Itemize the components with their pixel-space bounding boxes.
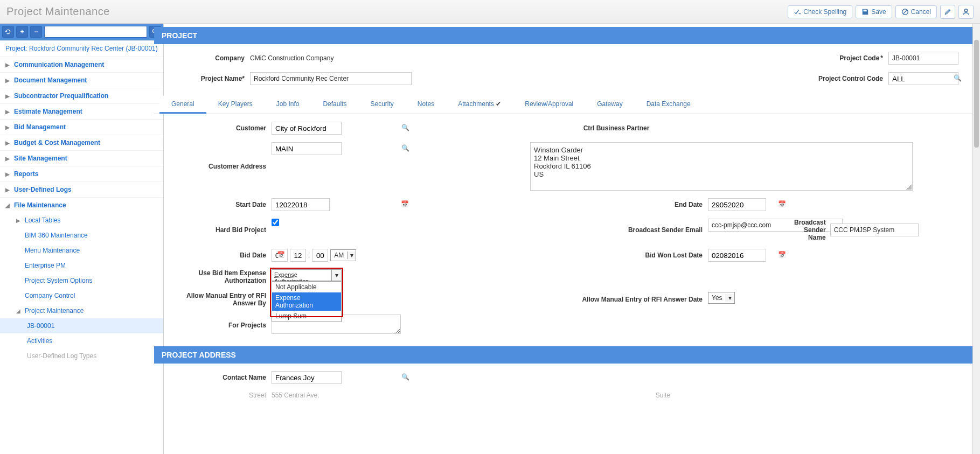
tab-general[interactable]: General bbox=[159, 96, 206, 114]
scrollbar-thumb[interactable] bbox=[974, 40, 979, 148]
project-address-form: Contact Name 🔍 Street 555 Central Ave. S… bbox=[151, 364, 977, 407]
end-date-field[interactable] bbox=[708, 198, 766, 211]
contact-lookup[interactable]: 🔍 bbox=[272, 371, 412, 384]
nav-menu-maintenance[interactable]: Menu Maintenance bbox=[0, 243, 163, 258]
nav-activities[interactable]: Activities bbox=[0, 333, 163, 348]
nav-reports[interactable]: ▶Reports bbox=[0, 166, 163, 181]
nav-jb-00001[interactable]: JB-00001 bbox=[0, 318, 163, 333]
bid-ampm-select[interactable]: AM▾ bbox=[330, 249, 356, 261]
tab-defaults[interactable]: Defaults bbox=[311, 96, 358, 114]
tab-job-info[interactable]: Job Info bbox=[265, 96, 311, 114]
broadcast-name-input[interactable] bbox=[830, 223, 919, 236]
street-label: Street bbox=[164, 392, 266, 399]
caret-right-icon: ▶ bbox=[5, 62, 11, 68]
tab-gateway[interactable]: Gateway bbox=[585, 96, 634, 114]
nav-user-defined-log-types[interactable]: User-Defined Log Types bbox=[0, 348, 163, 364]
bid-wonlost-field[interactable] bbox=[708, 249, 766, 262]
edit-button[interactable] bbox=[940, 5, 955, 19]
tab-key-players[interactable]: Key Players bbox=[206, 96, 265, 114]
project-link[interactable]: Project: Rockford Community Rec Center (… bbox=[0, 40, 163, 57]
expense-option-lump-sum[interactable]: Lump Sum bbox=[272, 311, 341, 322]
refresh-button[interactable] bbox=[2, 26, 14, 38]
edit-icon bbox=[944, 8, 951, 16]
bid-date-label: Bid Date bbox=[164, 252, 266, 259]
customer-input[interactable] bbox=[272, 122, 342, 135]
start-date-input[interactable]: 📅 bbox=[272, 198, 412, 211]
nav-enterprise-pm[interactable]: Enterprise PM bbox=[0, 258, 163, 273]
app-header: Project Maintenance Check Spelling Save … bbox=[0, 0, 980, 24]
nav-file-maintenance[interactable]: ◢File Maintenance bbox=[0, 198, 163, 213]
nav-site-management[interactable]: ▶Site Management bbox=[0, 151, 163, 166]
nav-document-management[interactable]: ▶Document Management bbox=[0, 73, 163, 88]
tab-data-exchange[interactable]: Data Exchange bbox=[635, 96, 703, 114]
nav-project-system-options[interactable]: Project System Options bbox=[0, 273, 163, 288]
bid-min-input[interactable] bbox=[312, 249, 328, 262]
refresh-icon bbox=[5, 29, 11, 35]
expense-auth-dropdown: Not Applicable Expense Authorization Lum… bbox=[272, 281, 342, 322]
nav-project-maintenance[interactable]: ◢Project Maintenance bbox=[0, 303, 163, 318]
caret-down-icon: ◢ bbox=[16, 308, 22, 314]
plus-icon: + bbox=[20, 28, 24, 36]
control-code-label: Project Control Code bbox=[808, 75, 883, 82]
user-button[interactable] bbox=[958, 5, 974, 19]
control-code-lookup[interactable]: 🔍 bbox=[888, 72, 964, 85]
company-value: CMiC Construction Company bbox=[250, 54, 422, 62]
tab-attachments[interactable]: Attachments ✔ bbox=[446, 96, 513, 114]
content-scrollbar[interactable] bbox=[972, 24, 980, 454]
bid-hour-input[interactable] bbox=[290, 249, 306, 262]
ctrl-bp-label: Ctrl Business Partner bbox=[530, 124, 703, 132]
save-button[interactable]: Save bbox=[856, 5, 892, 18]
control-code-input[interactable] bbox=[888, 72, 958, 85]
use-bid-item-label: Use Bid Item Expense Authorization bbox=[164, 269, 266, 284]
project-name-input[interactable] bbox=[250, 72, 412, 85]
collapse-button[interactable]: − bbox=[30, 26, 42, 38]
tab-notes[interactable]: Notes bbox=[406, 96, 446, 114]
nav-user-defined-logs[interactable]: ▶User-Defined Logs bbox=[0, 182, 163, 197]
expense-auth-select[interactable]: Expense Authorization ▾ Not Applicable E… bbox=[272, 269, 342, 281]
bid-wonlost-label: Bid Won Lost Date bbox=[530, 252, 703, 259]
check-spelling-button[interactable]: Check Spelling bbox=[788, 5, 852, 18]
header-actions: Check Spelling Save Cancel bbox=[788, 5, 974, 19]
cancel-button[interactable]: Cancel bbox=[895, 5, 937, 18]
nav-communication-management[interactable]: ▶Communication Management bbox=[0, 57, 163, 72]
chevron-down-icon: ▾ bbox=[347, 252, 356, 259]
caret-right-icon: ▶ bbox=[5, 187, 11, 193]
expand-button[interactable]: + bbox=[16, 26, 28, 38]
nav-tree: ▶Communication Management ▶Document Mana… bbox=[0, 57, 163, 364]
allow-rfi-date-select[interactable]: Yes▾ bbox=[708, 292, 735, 304]
expense-option-not-applicable[interactable]: Not Applicable bbox=[272, 282, 341, 292]
caret-right-icon: ▶ bbox=[5, 171, 11, 177]
check-icon: ✔ bbox=[496, 100, 501, 108]
broadcast-name-label: Broadcast Sender Name bbox=[794, 219, 826, 241]
tab-security[interactable]: Security bbox=[358, 96, 405, 114]
nav-local-tables[interactable]: ▶Local Tables bbox=[0, 213, 163, 228]
hard-bid-checkbox[interactable] bbox=[272, 219, 279, 226]
nav-subcontractor-prequalification[interactable]: ▶Subcontractor Prequalification bbox=[0, 88, 163, 103]
calendar-icon: 📅 bbox=[778, 251, 786, 259]
tab-review-approval[interactable]: Review/Approval bbox=[513, 96, 585, 114]
bid-date-input[interactable]: 📅 bbox=[272, 249, 288, 262]
nav-company-control[interactable]: Company Control bbox=[0, 288, 163, 303]
resize-handle-icon[interactable] bbox=[906, 184, 912, 190]
end-date-input[interactable]: 📅 bbox=[708, 198, 789, 211]
nav-bid-management[interactable]: ▶Bid Management bbox=[0, 120, 163, 135]
start-date-field[interactable] bbox=[272, 198, 330, 211]
bid-wonlost-input[interactable]: 📅 bbox=[708, 249, 789, 262]
expense-option-expense-authorization[interactable]: Expense Authorization bbox=[272, 292, 341, 311]
content-area: PROJECT Company CMiC Construction Compan… bbox=[151, 24, 980, 454]
main-layout: + − Project: Rockford Community Rec Cent… bbox=[0, 24, 980, 454]
nav-budget-cost-management[interactable]: ▶Budget & Cost Management bbox=[0, 135, 163, 150]
suite-label: Suite bbox=[530, 392, 670, 399]
nav-bim360[interactable]: BIM 360 Maintenance bbox=[0, 228, 163, 243]
cancel-icon bbox=[901, 8, 909, 16]
nav-estimate-management[interactable]: ▶Estimate Management bbox=[0, 104, 163, 119]
customer-address-input[interactable] bbox=[272, 142, 342, 155]
project-code-input[interactable] bbox=[888, 52, 958, 65]
customer-address-lookup[interactable]: 🔍 bbox=[272, 142, 412, 155]
contact-input[interactable] bbox=[272, 371, 342, 384]
user-icon bbox=[962, 8, 970, 16]
customer-lookup[interactable]: 🔍 bbox=[272, 122, 412, 135]
calendar-icon: 📅 bbox=[778, 200, 786, 208]
address-textarea[interactable]: Winston Garder 12 Main Street Rockford I… bbox=[530, 142, 913, 191]
sidebar-search-input[interactable] bbox=[44, 26, 147, 38]
